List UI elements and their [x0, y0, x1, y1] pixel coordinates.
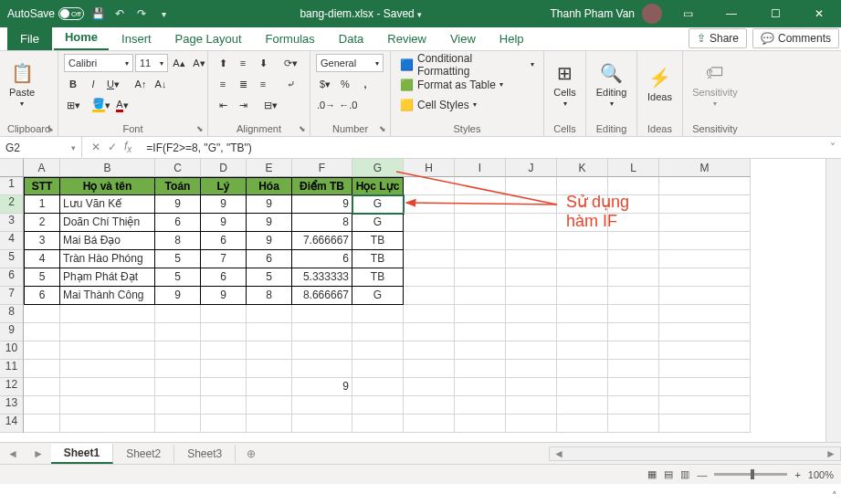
zoom-slider[interactable]: [714, 473, 787, 476]
redo-icon[interactable]: ↷: [133, 5, 150, 22]
cell[interactable]: 8: [155, 232, 201, 250]
cell[interactable]: [352, 360, 404, 378]
cell[interactable]: [155, 360, 201, 378]
qat-customize-icon[interactable]: ▾: [155, 5, 172, 22]
font-name-combo[interactable]: Calibri▾: [64, 54, 133, 72]
row-header-1[interactable]: 1: [0, 177, 24, 195]
cell[interactable]: [506, 396, 557, 415]
cell[interactable]: [455, 177, 506, 195]
view-pagebreak-icon[interactable]: ▥: [680, 468, 689, 480]
cell[interactable]: [352, 415, 404, 433]
expand-formula-bar-icon[interactable]: ˅: [825, 142, 841, 154]
decrease-indent-icon[interactable]: ⇤: [214, 96, 232, 114]
number-launcher-icon[interactable]: ⬊: [377, 123, 388, 134]
cell[interactable]: [404, 305, 455, 323]
sensitivity-button[interactable]: 🏷Sensitivity▾: [689, 53, 741, 115]
cell[interactable]: [557, 396, 608, 415]
cell[interactable]: [352, 341, 404, 360]
cell[interactable]: 5: [155, 250, 201, 268]
cell[interactable]: [404, 378, 455, 396]
cell[interactable]: [292, 415, 352, 433]
column-header-F[interactable]: F: [292, 159, 352, 177]
cell[interactable]: [455, 323, 506, 341]
cell[interactable]: [455, 396, 506, 415]
column-header-K[interactable]: K: [557, 159, 608, 177]
column-header-G[interactable]: G: [352, 159, 404, 177]
cell[interactable]: [659, 195, 751, 214]
cell[interactable]: [155, 378, 201, 396]
row-header-5[interactable]: 5: [0, 250, 24, 268]
cell[interactable]: [201, 360, 247, 378]
cell[interactable]: [659, 250, 751, 268]
cell[interactable]: [506, 177, 557, 195]
cell[interactable]: [659, 287, 751, 305]
row-header-3[interactable]: 3: [0, 214, 24, 232]
font-launcher-icon[interactable]: ⬊: [194, 123, 205, 134]
cell[interactable]: [557, 250, 608, 268]
cell[interactable]: 5: [24, 268, 60, 287]
number-format-combo[interactable]: General▾: [316, 54, 384, 72]
cell[interactable]: G: [352, 195, 404, 214]
cell[interactable]: [557, 214, 608, 232]
cell[interactable]: [455, 214, 506, 232]
sheet-tab-2[interactable]: Sheet2: [113, 445, 174, 463]
tab-view[interactable]: View: [439, 27, 487, 50]
cell[interactable]: [557, 177, 608, 195]
column-header-H[interactable]: H: [404, 159, 455, 177]
cell[interactable]: [608, 287, 659, 305]
cell[interactable]: [24, 360, 60, 378]
fx-icon[interactable]: fx: [124, 140, 131, 154]
sheet-nav-next-icon[interactable]: ►: [26, 447, 51, 460]
sheet-tab-1[interactable]: Sheet1: [51, 444, 113, 464]
sheet-nav-prev-icon[interactable]: ◄: [0, 447, 26, 460]
cell[interactable]: [24, 378, 60, 396]
sheet-tab-3[interactable]: Sheet3: [174, 445, 236, 463]
cell[interactable]: [292, 360, 352, 378]
name-box[interactable]: G2▾: [0, 137, 82, 158]
font-size-combo[interactable]: 11▾: [135, 54, 168, 72]
cell[interactable]: [659, 360, 751, 378]
close-icon[interactable]: ✕: [801, 0, 837, 27]
align-top-icon[interactable]: ⬆: [214, 54, 232, 72]
cell[interactable]: [455, 305, 506, 323]
cell[interactable]: 5: [155, 268, 201, 287]
view-pagelayout-icon[interactable]: ▤: [664, 468, 673, 480]
cell[interactable]: 9: [155, 287, 201, 305]
cell[interactable]: [201, 415, 247, 433]
cell[interactable]: [608, 268, 659, 287]
cell[interactable]: [24, 396, 60, 415]
view-normal-icon[interactable]: ▦: [647, 468, 657, 480]
column-header-D[interactable]: D: [201, 159, 247, 177]
cell[interactable]: [659, 305, 751, 323]
cell[interactable]: 6: [155, 214, 201, 232]
cell[interactable]: [455, 287, 506, 305]
cell[interactable]: 7.666667: [292, 232, 352, 250]
cell[interactable]: 9: [201, 214, 247, 232]
column-header-E[interactable]: E: [247, 159, 292, 177]
column-header-J[interactable]: J: [506, 159, 557, 177]
cell[interactable]: Lý: [201, 177, 247, 195]
conditional-formatting-button[interactable]: 🟦Conditional Formatting▾: [396, 55, 538, 74]
cell[interactable]: [155, 305, 201, 323]
spreadsheet-grid[interactable]: ABCDEFGHIJKLM 1STTHọ và tênToánLýHóaĐiểm…: [0, 159, 841, 442]
ideas-button[interactable]: ⚡Ideas: [643, 53, 677, 115]
share-button[interactable]: ⇪Share: [689, 28, 747, 48]
user-name[interactable]: Thanh Pham Van: [550, 7, 635, 20]
cell[interactable]: [557, 415, 608, 433]
cell[interactable]: G: [352, 287, 404, 305]
cell[interactable]: 8: [292, 214, 352, 232]
cell[interactable]: [292, 396, 352, 415]
cell[interactable]: [352, 323, 404, 341]
row-header-8[interactable]: 8: [0, 305, 24, 323]
comments-button[interactable]: 💬Comments: [752, 28, 839, 48]
cell[interactable]: [404, 323, 455, 341]
cell[interactable]: 9: [155, 195, 201, 214]
cell[interactable]: 9: [247, 214, 292, 232]
cell[interactable]: [659, 341, 751, 360]
cell[interactable]: [608, 415, 659, 433]
cell[interactable]: [557, 323, 608, 341]
cell[interactable]: [247, 415, 292, 433]
cell[interactable]: [506, 341, 557, 360]
zoom-level[interactable]: 100%: [808, 469, 834, 480]
column-header-M[interactable]: M: [659, 159, 751, 177]
